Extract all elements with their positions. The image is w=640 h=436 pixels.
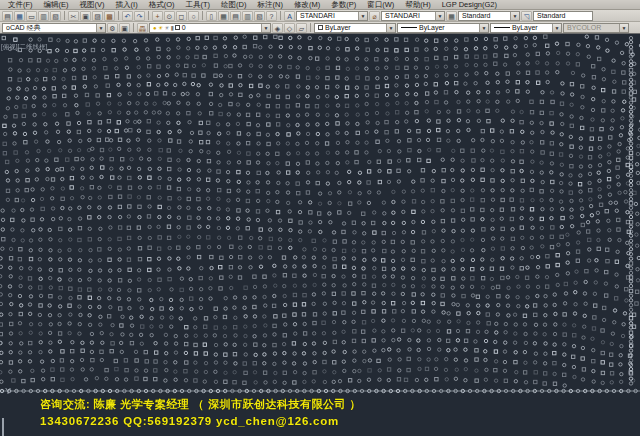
ucs-y-axis-line: [2, 418, 4, 436]
sheet-set-icon[interactable]: ▥: [242, 11, 253, 21]
contact-overlay-line2: 13430672236 QQ:569192379 ycd_chen@126.co…: [40, 415, 339, 427]
chevron-down-icon[interactable]: ▼: [435, 12, 444, 20]
workspace-save-icon[interactable]: ▣: [119, 23, 130, 33]
workspace-value: oCAD 经典: [6, 23, 41, 33]
standard-toolbar: ▤▦▭▥▧✂▣▨▩↶↷+⊙◻○▯▦▤▥▧? A STANDARI ▼ ⌀ STA…: [0, 10, 640, 22]
tool-palettes-icon[interactable]: ▤: [230, 11, 241, 21]
menu-window[interactable]: 窗口(W): [362, 0, 399, 9]
menu-dimension[interactable]: 标注(N): [253, 0, 288, 9]
redo-icon[interactable]: ↷: [134, 11, 145, 21]
chevron-down-icon[interactable]: ▼: [479, 24, 488, 32]
menu-tools[interactable]: 工具(T): [181, 0, 216, 9]
toolbar-separator: [202, 11, 203, 20]
help-icon[interactable]: ?: [266, 11, 277, 21]
workspace-settings-icon[interactable]: ⚙: [107, 23, 118, 33]
plot-icon[interactable]: ▭: [26, 11, 37, 21]
layer-on-bulb-icon[interactable]: ●: [153, 24, 157, 32]
plot-style-combo: BYCOLOR ▼: [563, 23, 629, 33]
lgp-dot-pattern-canvas[interactable]: [0, 34, 640, 436]
color-combo[interactable]: ByLayer ▼: [314, 23, 396, 33]
current-layer-name: 0: [182, 24, 186, 31]
save-icon[interactable]: ▦: [14, 11, 25, 21]
color-value: ByLayer: [325, 24, 351, 31]
zoom-previous-icon[interactable]: ○: [188, 11, 199, 21]
menu-format[interactable]: 格式(O): [144, 0, 180, 9]
menu-help[interactable]: 帮助(H): [400, 0, 435, 9]
chevron-down-icon[interactable]: ▼: [386, 24, 395, 32]
layer-states-icon[interactable]: ▱: [296, 23, 307, 33]
plot-style-value: BYCOLOR: [567, 24, 601, 31]
table-style-combo[interactable]: Standard ▼: [458, 11, 520, 21]
model-space-viewport[interactable]: [俯视][二维线框] Y 咨询交流: 陈廉 光学专案经理 （ 深圳市跃创达科技有…: [0, 34, 640, 436]
layer-color-swatch: [175, 25, 180, 30]
menu-view[interactable]: 视图(V): [75, 0, 110, 9]
menu-bar: 文件(F)编辑(E)视图(V)插入(I)格式(O)工具(T)绘图(D)标注(N)…: [0, 0, 640, 10]
toolbar-separator: [133, 23, 134, 32]
mleader-style-combo[interactable]: Standard: [533, 11, 593, 21]
chevron-down-icon[interactable]: ▼: [510, 12, 519, 20]
copy-icon[interactable]: ▣: [80, 11, 91, 21]
plot-preview-icon[interactable]: ▥: [38, 11, 49, 21]
chevron-down-icon[interactable]: ▼: [358, 12, 367, 20]
toolbar-separator: [64, 11, 65, 20]
contact-overlay-line1: 咨询交流: 陈廉 光学专案经理 （ 深圳市跃创达科技有限公司 ）: [40, 397, 361, 412]
chevron-down-icon[interactable]: ▼: [96, 24, 105, 32]
dim-style-icon[interactable]: ⌀: [369, 11, 380, 21]
chevron-down-icon: ▼: [619, 24, 628, 32]
linetype-combo[interactable]: ByLayer ▼: [397, 23, 489, 33]
workspace-combo[interactable]: oCAD 经典 ▼: [2, 23, 106, 33]
menu-lgp-design[interactable]: LGP Design(G2): [437, 0, 502, 9]
designcenter-icon[interactable]: ▦: [218, 11, 229, 21]
linetype-value: ByLayer: [419, 24, 445, 31]
layer-combo[interactable]: ● ☀ ☀ ▮ 0 ▼: [149, 23, 271, 33]
zoom-realtime-icon[interactable]: ⊙: [164, 11, 175, 21]
mleader-style-value: Standard: [537, 12, 565, 19]
linetype-sample: [401, 27, 417, 28]
toolbar-separator: [118, 11, 119, 20]
publish-icon[interactable]: ▧: [50, 11, 61, 21]
lineweight-combo[interactable]: ByLayer ▼: [490, 23, 562, 33]
standard-toolbar-icons: ▤▦▭▥▧✂▣▨▩↶↷+⊙◻○▯▦▤▥▧?: [2, 11, 277, 21]
make-object-layer-current-icon[interactable]: ◈: [272, 23, 283, 33]
properties-icon[interactable]: ▯: [206, 11, 217, 21]
layer-previous-icon[interactable]: ◇: [284, 23, 295, 33]
chevron-down-icon[interactable]: ▼: [552, 24, 561, 32]
dim-style-value: STANDARI: [385, 12, 420, 19]
menu-parametric[interactable]: 参数(P): [326, 0, 361, 9]
workspace-icons: ⚙▣: [107, 23, 130, 33]
layer-properties-icon[interactable]: 畾: [137, 23, 148, 33]
lineweight-value: ByLayer: [512, 24, 538, 31]
text-style-combo[interactable]: STANDARI ▼: [296, 11, 368, 21]
menu-insert[interactable]: 插入(I): [111, 0, 143, 9]
table-style-value: Standard: [462, 12, 490, 19]
dim-style-combo[interactable]: STANDARI ▼: [381, 11, 445, 21]
menu-edit[interactable]: 编辑(E): [39, 0, 74, 9]
viewport-controls-label[interactable]: [俯视][二维线框]: [1, 43, 47, 52]
layer-tool-icons: ◈◇▱: [272, 23, 307, 33]
paste-icon[interactable]: ▨: [92, 11, 103, 21]
ucs-y-axis-label: Y: [5, 386, 11, 396]
chevron-down-icon[interactable]: ▼: [261, 24, 270, 32]
pan-icon[interactable]: +: [152, 11, 163, 21]
undo-icon[interactable]: ↶: [122, 11, 133, 21]
layer-unlock-icon[interactable]: ▮: [170, 24, 173, 32]
markup-icon[interactable]: ▧: [254, 11, 265, 21]
toolbar-separator: [310, 23, 311, 32]
layer-thaw-sun-icon[interactable]: ☀: [158, 24, 163, 32]
text-style-icon[interactable]: A: [284, 11, 295, 21]
lineweight-sample: [494, 27, 510, 28]
mleader-style-icon[interactable]: ◹: [521, 11, 532, 21]
menu-draw[interactable]: 绘图(D): [216, 0, 251, 9]
table-style-icon[interactable]: ▦: [446, 11, 457, 21]
color-swatch: [318, 25, 323, 30]
toolbar-separator: [280, 11, 281, 20]
zoom-window-icon[interactable]: ◻: [176, 11, 187, 21]
cut-icon[interactable]: ✂: [68, 11, 79, 21]
autocad-window: 文件(F)编辑(E)视图(V)插入(I)格式(O)工具(T)绘图(D)标注(N)…: [0, 0, 640, 436]
open-icon[interactable]: ▤: [2, 11, 13, 21]
text-style-value: STANDARI: [300, 12, 335, 19]
menu-file[interactable]: 文件(F): [3, 0, 38, 9]
menu-modify[interactable]: 修改(M): [289, 0, 325, 9]
match-properties-icon[interactable]: ▩: [104, 11, 115, 21]
layer-viewport-freeze-icon[interactable]: ☀: [164, 24, 169, 32]
